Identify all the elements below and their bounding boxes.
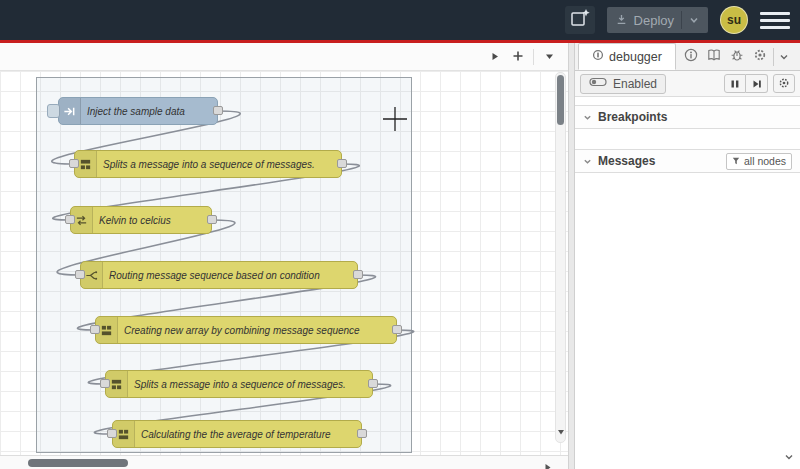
deploy-divider: [681, 11, 682, 29]
bug-icon: [730, 48, 744, 66]
filter-label: all nodes: [744, 155, 786, 167]
workspace: Inject the sample dataSplits a message i…: [0, 43, 568, 469]
node-label: Calculating the the average of temperatu…: [141, 421, 355, 447]
triangle-down-icon: [544, 48, 555, 66]
chevron-down-icon: [784, 448, 794, 465]
vertical-scrollbar[interactable]: [555, 72, 566, 443]
flow-node-change[interactable]: Kelvin to celcius: [70, 206, 212, 234]
debugger-tab-label: debugger: [609, 50, 662, 64]
frame-sparkle-icon: [569, 7, 591, 33]
debugger-settings-button[interactable]: [773, 74, 795, 93]
sidebar: debugger: [575, 43, 800, 469]
sidebar-footer-expand-button[interactable]: [784, 448, 794, 466]
gear-icon: [778, 75, 790, 93]
scroll-right-icon[interactable]: [543, 458, 552, 469]
deploy-options-chevron-icon[interactable]: [689, 11, 699, 29]
tab-help-button[interactable]: [704, 47, 724, 67]
flow-canvas[interactable]: Inject the sample dataSplits a message i…: [0, 71, 568, 455]
step-forward-icon: [752, 75, 762, 93]
output-port[interactable]: [392, 325, 402, 334]
book-icon: [707, 48, 721, 66]
pause-icon: [730, 75, 740, 93]
input-port[interactable]: [65, 215, 75, 224]
messages-label: Messages: [598, 154, 655, 168]
node-label: Splits a message into a sequence of mess…: [103, 151, 335, 177]
node-label: Splits a message into a sequence of mess…: [134, 371, 366, 397]
flow-node-switch[interactable]: Routing message sequence based on condit…: [80, 261, 358, 289]
messages-list: [575, 173, 800, 469]
flow-node-split[interactable]: Splits a message into a sequence of mess…: [74, 150, 342, 178]
flow-node-join[interactable]: Creating new array by combining message …: [95, 316, 397, 344]
breakpoints-list: [575, 129, 800, 149]
breakpoints-section-header[interactable]: Breakpoints: [575, 105, 800, 129]
node-label: Creating new array by combining message …: [124, 317, 390, 343]
deploy-button[interactable]: Deploy: [607, 7, 708, 33]
tab-debug-button[interactable]: [727, 47, 747, 67]
tab-config-button[interactable]: [750, 47, 770, 67]
flow-node-join[interactable]: Calculating the the average of temperatu…: [112, 420, 362, 448]
output-port[interactable]: [213, 106, 223, 115]
deploy-icon: [616, 11, 627, 29]
output-port[interactable]: [207, 215, 217, 224]
tab-info-button[interactable]: [681, 47, 701, 67]
input-port[interactable]: [75, 270, 85, 279]
pause-button[interactable]: [724, 74, 746, 93]
node-label: Inject the sample data: [87, 98, 211, 124]
header: Deploy su: [0, 0, 800, 40]
input-port[interactable]: [107, 429, 117, 438]
chevron-down-icon: [583, 152, 592, 170]
scroll-down-icon[interactable]: [557, 422, 565, 440]
output-port[interactable]: [337, 159, 347, 168]
node-label: Kelvin to celcius: [99, 207, 205, 233]
input-port[interactable]: [69, 159, 79, 168]
enabled-label: Enabled: [613, 77, 657, 91]
output-port[interactable]: [353, 270, 363, 279]
output-port[interactable]: [368, 379, 378, 388]
user-avatar[interactable]: su: [720, 6, 748, 34]
gear-icon: [753, 48, 767, 66]
plus-icon: [512, 48, 524, 66]
tab-debugger[interactable]: debugger: [578, 43, 676, 70]
debugger-tab-icon: [592, 49, 604, 64]
triangle-right-icon: [489, 48, 500, 66]
tab-scroll-right-button[interactable]: [483, 46, 505, 68]
chevron-down-icon: [583, 108, 592, 126]
deploy-label: Deploy: [634, 13, 674, 28]
output-port[interactable]: [357, 429, 367, 438]
hamburger-icon: [760, 12, 790, 15]
vertical-scroll-thumb[interactable]: [557, 75, 564, 125]
sidebar-tab-list-button[interactable]: [773, 48, 794, 66]
funnel-icon: [732, 155, 740, 167]
sidebar-tabbar: debugger: [575, 43, 800, 71]
flow-tabbar: [0, 43, 568, 71]
horizontal-scroll-thumb[interactable]: [28, 459, 128, 467]
input-port[interactable]: [90, 325, 100, 334]
step-button[interactable]: [746, 74, 768, 93]
flow-node-inject[interactable]: Inject the sample data: [58, 97, 218, 125]
debugger-enabled-toggle[interactable]: Enabled: [580, 74, 666, 94]
sidebar-splitter[interactable]: [568, 43, 575, 469]
add-flow-button[interactable]: [507, 46, 529, 68]
flow-node-split[interactable]: Splits a message into a sequence of mess…: [105, 370, 373, 398]
chevron-down-icon: [779, 48, 789, 66]
info-icon: [684, 48, 698, 66]
canvas-tool-button[interactable]: [565, 6, 595, 34]
toggle-icon: [589, 76, 607, 91]
input-port[interactable]: [100, 379, 110, 388]
horizontal-scrollbar[interactable]: [0, 455, 568, 469]
inject-node-icon: [59, 98, 81, 124]
debugger-toolbar: Enabled: [575, 71, 800, 97]
avatar-initials: su: [727, 13, 741, 27]
crosshair-cursor: [383, 107, 407, 131]
node-label: Routing message sequence based on condit…: [109, 262, 351, 288]
messages-section-header[interactable]: Messages all nodes: [575, 149, 800, 173]
breakpoints-label: Breakpoints: [598, 110, 667, 124]
main-menu-button[interactable]: [760, 7, 790, 33]
flow-list-button[interactable]: [538, 46, 560, 68]
message-filter-button[interactable]: all nodes: [726, 153, 792, 170]
